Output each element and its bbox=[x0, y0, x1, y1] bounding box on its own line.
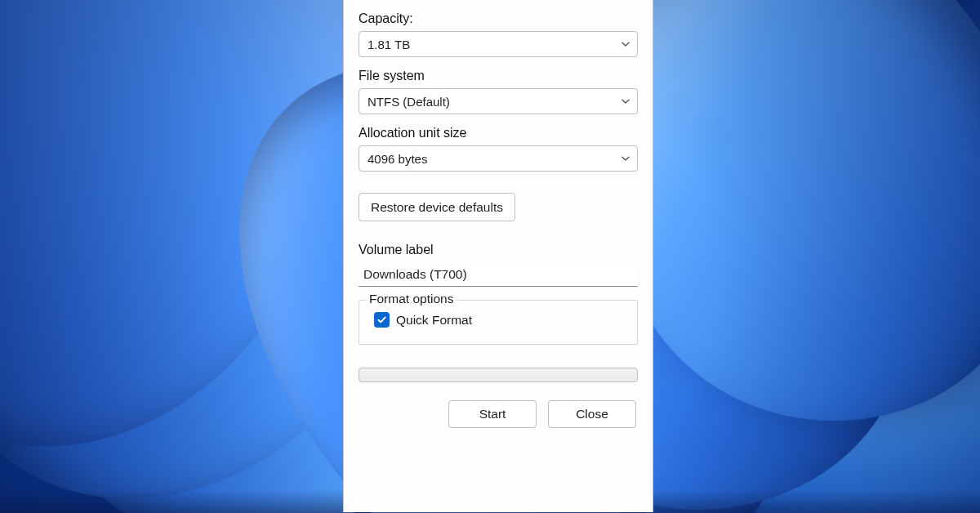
format-options-group: Format options Quick Format bbox=[359, 300, 638, 345]
filesystem-value: NTFS (Default) bbox=[368, 95, 450, 109]
chevron-down-icon bbox=[621, 39, 630, 49]
filesystem-label: File system bbox=[359, 69, 638, 83]
capacity-label: Capacity: bbox=[359, 11, 638, 26]
capacity-dropdown[interactable]: 1.81 TB bbox=[359, 31, 638, 57]
allocation-label: Allocation unit size bbox=[359, 126, 638, 141]
filesystem-dropdown[interactable]: NTFS (Default) bbox=[359, 88, 638, 114]
quick-format-checkbox[interactable] bbox=[374, 312, 390, 328]
allocation-dropdown[interactable]: 4096 bytes bbox=[359, 145, 638, 172]
format-options-legend: Format options bbox=[366, 292, 457, 306]
format-progress-bar bbox=[359, 368, 638, 382]
volume-label-input[interactable] bbox=[359, 262, 638, 287]
volume-label-label: Volume label bbox=[359, 243, 638, 257]
format-dialog: Capacity: 1.81 TB File system NTFS (Defa… bbox=[343, 0, 653, 512]
chevron-down-icon bbox=[621, 154, 630, 163]
start-button[interactable]: Start bbox=[448, 400, 537, 428]
quick-format-label: Quick Format bbox=[396, 313, 472, 328]
chevron-down-icon bbox=[621, 96, 630, 106]
allocation-value: 4096 bytes bbox=[368, 152, 427, 166]
restore-defaults-button[interactable]: Restore device defaults bbox=[359, 193, 515, 221]
close-button[interactable]: Close bbox=[548, 400, 636, 428]
capacity-value: 1.81 TB bbox=[368, 38, 410, 51]
